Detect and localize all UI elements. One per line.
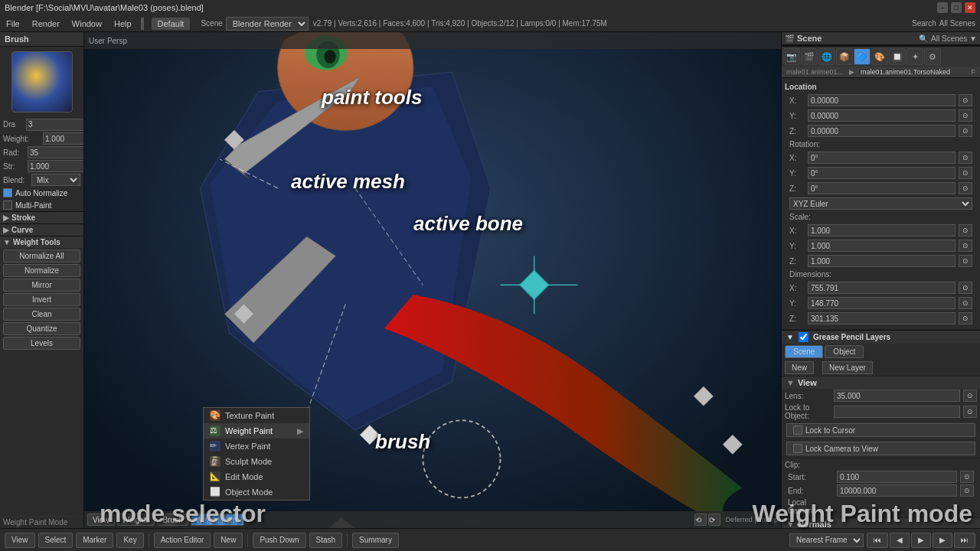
prop-texture-icon[interactable]: 🔲 bbox=[889, 48, 906, 65]
loc-x-input[interactable] bbox=[808, 94, 956, 106]
mode-sculpt[interactable]: 🗿 Sculpt Mode bbox=[204, 454, 309, 469]
bottom-summary-btn[interactable]: Summary bbox=[352, 533, 399, 548]
all-scenes-dropdown[interactable]: All Scenes ▼ bbox=[931, 34, 977, 43]
maximize-button[interactable]: □ bbox=[951, 2, 962, 13]
mode-object[interactable]: ⬜ Object Mode bbox=[204, 484, 309, 500]
gp-new-button[interactable]: New bbox=[785, 361, 814, 374]
prop-render-icon[interactable]: 📷 bbox=[783, 48, 800, 65]
rot-x-input[interactable] bbox=[808, 152, 956, 164]
minimize-button[interactable]: – bbox=[937, 2, 948, 13]
mode-edit[interactable]: 📐 Edit Mode bbox=[204, 469, 309, 484]
weight-tools-section-header[interactable]: ▼ Weight Tools bbox=[0, 236, 83, 248]
levels-button[interactable]: Levels bbox=[3, 337, 80, 350]
bottom-key-btn[interactable]: Key bbox=[116, 533, 143, 548]
close-button[interactable]: ✕ bbox=[965, 2, 975, 13]
vp-view-button[interactable]: View bbox=[87, 514, 115, 526]
gp-scene-tab[interactable]: Scene bbox=[785, 345, 823, 358]
auto-normalize-toggle[interactable]: Auto Normalize bbox=[0, 187, 83, 199]
vp-brush-button[interactable]: Brush bbox=[157, 514, 188, 526]
loc-y-btn[interactable]: ⊙ bbox=[959, 109, 972, 122]
next-frame-btn[interactable]: ▶ bbox=[933, 533, 952, 548]
normalize-all-button[interactable]: Normalize All bbox=[3, 249, 80, 262]
menu-render[interactable]: Render bbox=[26, 15, 66, 31]
rot-y-input[interactable] bbox=[808, 167, 956, 179]
vp-icon-1[interactable]: ⟲ bbox=[694, 514, 707, 526]
prop-material-icon[interactable]: 🎨 bbox=[871, 48, 888, 65]
prop-particles-icon[interactable]: ✦ bbox=[906, 48, 923, 65]
gp-new-layer-button[interactable]: New Layer bbox=[822, 361, 873, 374]
strength-input[interactable] bbox=[28, 160, 84, 172]
multi-paint-checkbox[interactable] bbox=[3, 201, 12, 210]
bottom-select-btn[interactable]: Select bbox=[38, 533, 74, 548]
dim-z-btn[interactable]: ⊙ bbox=[959, 312, 972, 324]
dim-y-input[interactable] bbox=[808, 297, 956, 309]
bottom-marker-btn[interactable]: Marker bbox=[76, 533, 113, 548]
normalize-button[interactable]: Normalize bbox=[3, 264, 80, 277]
clip-end-btn[interactable]: ⊙ bbox=[960, 484, 974, 497]
weight-input[interactable] bbox=[43, 132, 84, 145]
play-fwd-btn[interactable]: ⏭ bbox=[954, 533, 975, 548]
loc-y-input[interactable] bbox=[808, 109, 956, 122]
rot-x-btn[interactable]: ⊙ bbox=[959, 152, 972, 164]
layout-tab-default[interactable]: Default bbox=[152, 18, 191, 30]
play-back-btn[interactable]: ⏮ bbox=[867, 533, 888, 548]
search-label[interactable]: Search bbox=[912, 19, 936, 28]
scale-y-btn[interactable]: ⊙ bbox=[959, 240, 972, 252]
stroke-section-header[interactable]: ▶ Stroke bbox=[0, 211, 83, 223]
menu-file[interactable]: File bbox=[0, 15, 26, 31]
play-btn[interactable]: ▶ bbox=[911, 533, 931, 548]
radius-input[interactable] bbox=[28, 146, 84, 158]
clip-start-btn[interactable]: ⊙ bbox=[960, 471, 974, 483]
bottom-action-editor-btn[interactable]: Action Editor bbox=[154, 533, 211, 548]
invert-button[interactable]: Invert bbox=[3, 293, 80, 306]
scale-z-btn[interactable]: ⊙ bbox=[959, 255, 972, 267]
blend-select[interactable]: Mix bbox=[31, 174, 80, 186]
dra-input[interactable]: 3 bbox=[26, 119, 84, 131]
normals-header[interactable]: ▼ Normals bbox=[782, 518, 980, 528]
quantize-button[interactable]: Quantize bbox=[3, 322, 80, 335]
lens-input[interactable] bbox=[834, 390, 960, 402]
menu-window[interactable]: Window bbox=[66, 15, 108, 31]
bottom-push-down-btn[interactable]: Push Down bbox=[253, 533, 305, 548]
mode-weight-paint[interactable]: ⚖ Weight Paint ▶ bbox=[204, 423, 309, 439]
mode-texture-paint[interactable]: 🎨 Texture Paint bbox=[204, 408, 309, 423]
lock-obj-btn[interactable]: ⊙ bbox=[963, 406, 977, 418]
menu-help[interactable]: Help bbox=[108, 15, 138, 31]
vp-weights-button[interactable]: Weights bbox=[117, 514, 155, 526]
dim-x-btn[interactable]: ⊙ bbox=[959, 282, 972, 294]
scale-z-input[interactable] bbox=[808, 255, 956, 267]
vp-icon-2[interactable]: ⟳ bbox=[708, 514, 720, 526]
lock-to-cursor-btn[interactable]: Lock to Cursor bbox=[786, 423, 975, 437]
grease-pencil-header[interactable]: ▼ Grease Pencil Layers bbox=[782, 330, 980, 344]
gp-object-tab[interactable]: Object bbox=[825, 345, 864, 358]
prop-world-icon[interactable]: 🌐 bbox=[818, 48, 835, 65]
dim-z-input[interactable] bbox=[808, 312, 956, 324]
prop-object-icon[interactable]: 📦 bbox=[836, 48, 853, 65]
lock-camera-checkbox[interactable] bbox=[793, 444, 802, 453]
curve-section-header[interactable]: ▶ Curve bbox=[0, 223, 83, 236]
loc-z-btn[interactable]: ⊙ bbox=[959, 125, 972, 137]
loc-z-input[interactable] bbox=[808, 125, 956, 137]
auto-normalize-checkbox[interactable] bbox=[3, 188, 12, 197]
prop-mesh-icon[interactable]: 🔷 bbox=[854, 48, 871, 65]
view-section-header[interactable]: ▼ View bbox=[782, 377, 980, 389]
dim-y-btn[interactable]: ⊙ bbox=[959, 297, 972, 309]
bottom-stash-btn[interactable]: Stash bbox=[309, 533, 343, 548]
viewport[interactable]: User Persp paint tools active mesh activ… bbox=[84, 32, 781, 528]
rot-y-btn[interactable]: ⊙ bbox=[959, 167, 972, 179]
scale-y-input[interactable] bbox=[808, 240, 956, 252]
loc-x-btn[interactable]: ⊙ bbox=[959, 94, 972, 106]
lock-cursor-checkbox[interactable] bbox=[793, 425, 802, 435]
timeline-selector[interactable]: Nearest Frame bbox=[789, 533, 864, 547]
clip-start-input[interactable] bbox=[837, 471, 957, 483]
rot-z-input[interactable] bbox=[808, 182, 956, 194]
prop-scene-icon[interactable]: 🎬 bbox=[801, 48, 818, 65]
mirror-button[interactable]: Mirror bbox=[3, 279, 80, 292]
gp-enabled-checkbox[interactable] bbox=[799, 332, 808, 342]
scale-x-btn[interactable]: ⊙ bbox=[959, 224, 972, 236]
prop-physics-icon[interactable]: ⚙ bbox=[924, 48, 941, 65]
bottom-new-btn[interactable]: New bbox=[214, 533, 243, 548]
multi-paint-toggle[interactable]: Multi-Paint bbox=[0, 199, 83, 211]
lens-btn[interactable]: ⊙ bbox=[963, 390, 977, 402]
dim-x-input[interactable] bbox=[808, 282, 956, 294]
